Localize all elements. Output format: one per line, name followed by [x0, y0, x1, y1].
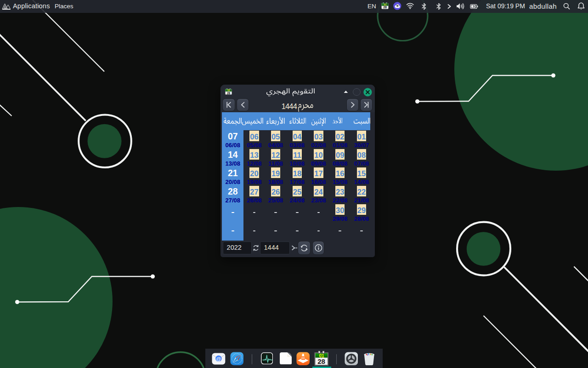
svg-text:@: @ [216, 356, 221, 361]
svg-text:28: 28 [227, 92, 231, 95]
svg-text:28: 28 [383, 6, 387, 9]
svg-text:01: 01 [384, 3, 387, 6]
svg-text:28: 28 [317, 357, 325, 365]
